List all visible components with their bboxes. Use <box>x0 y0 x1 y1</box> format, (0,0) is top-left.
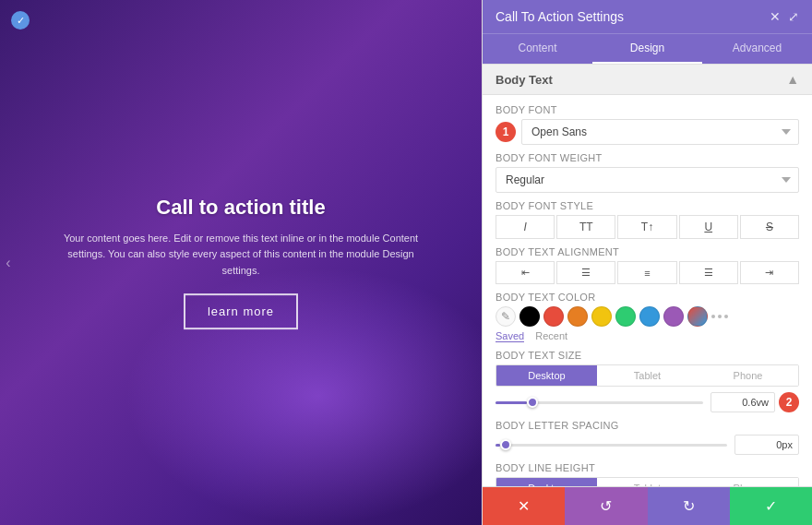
panel-header: Call To Action Settings ✕ ⤢ <box>483 0 812 33</box>
section-collapse-icon[interactable]: ▲ <box>786 72 799 87</box>
canvas-title: Call to action title <box>56 196 425 220</box>
style-uppercase[interactable]: TT <box>556 215 615 239</box>
color-swatch-yellow[interactable] <box>591 306 612 327</box>
size-value-input[interactable] <box>710 392 775 412</box>
color-swatch-green[interactable] <box>615 306 636 327</box>
color-swatch-red[interactable] <box>543 306 564 327</box>
device-tab-phone-lh[interactable]: Phone <box>698 478 798 486</box>
align-left[interactable]: ⇤ <box>496 261 555 284</box>
settings-panel: Call To Action Settings ✕ ⤢ Content Desi… <box>482 0 812 525</box>
canvas-body-text: Your content goes here. Edit or remove t… <box>56 231 425 280</box>
body-text-size-label: Body Text Size <box>496 350 799 361</box>
tab-advanced[interactable]: Advanced <box>702 34 812 64</box>
body-font-select[interactable]: Open Sans <box>521 119 799 145</box>
expand-icon[interactable]: ⤢ <box>788 9 799 24</box>
canvas-cta-button[interactable]: learn more <box>184 293 298 329</box>
body-text-align-label: Body Text Alignment <box>496 246 799 257</box>
color-tab-saved[interactable]: Saved <box>496 330 524 342</box>
size-slider-track[interactable] <box>496 401 703 404</box>
device-tab-tablet-size[interactable]: Tablet <box>597 365 698 386</box>
letter-spacing-slider-track[interactable] <box>496 444 727 447</box>
align-center-left[interactable]: ☰ <box>556 261 615 284</box>
body-font-weight-label: Body Font Weight <box>496 152 799 163</box>
panel-title: Call To Action Settings <box>496 9 624 24</box>
color-eyedropper[interactable]: ✎ <box>496 306 516 327</box>
body-font-weight-select[interactable]: Regular <box>496 167 799 193</box>
size-slider-row: 2 <box>496 392 799 412</box>
body-font-style-label: Body Font Style <box>496 200 799 211</box>
color-swatch-black[interactable] <box>519 306 540 327</box>
style-strikethrough[interactable]: S <box>740 215 799 239</box>
body-letter-spacing-label: Body Letter Spacing <box>496 420 799 431</box>
body-text-color-label: Body Text Color <box>496 292 799 303</box>
canvas-content: Call to action title Your content goes h… <box>56 196 425 330</box>
align-right[interactable]: ⇥ <box>740 261 799 284</box>
step-badge-1: 1 <box>496 122 516 142</box>
cancel-button[interactable]: ✕ <box>483 487 565 525</box>
color-swatch-purple[interactable] <box>663 306 684 327</box>
canvas-area: ✓ ‹ Call to action title Your content go… <box>0 0 482 525</box>
text-align-buttons: ⇤ ☰ ≡ ☰ ⇥ <box>496 261 799 284</box>
panel-tabs: Content Design Advanced <box>483 33 812 64</box>
align-center-right[interactable]: ☰ <box>679 261 738 284</box>
align-center[interactable]: ≡ <box>617 261 676 284</box>
letter-spacing-slider-row <box>496 435 799 455</box>
panel-body: Body Text ▲ Body Font 1 Open Sans Body F… <box>483 64 812 486</box>
body-line-height-label: Body Line Height <box>496 462 799 473</box>
device-tab-desktop-lh[interactable]: Desktop <box>496 478 597 486</box>
color-tab-recent[interactable]: Recent <box>535 330 567 342</box>
device-tab-desktop-size[interactable]: Desktop <box>496 365 597 386</box>
section-title: Body Text <box>496 73 553 87</box>
style-capitalize[interactable]: T↑ <box>617 215 676 239</box>
font-style-buttons: I TT T↑ U S <box>496 215 799 239</box>
step-badge-2: 2 <box>779 392 799 412</box>
save-button[interactable]: ✓ <box>730 487 812 525</box>
tab-content[interactable]: Content <box>483 34 592 64</box>
panel-footer: ✕ ↺ ↻ ✓ <box>483 486 812 525</box>
color-swatch-gradient[interactable] <box>687 306 708 327</box>
color-swatch-orange[interactable] <box>567 306 588 327</box>
style-underline[interactable]: U <box>679 215 738 239</box>
style-italic[interactable]: I <box>496 215 555 239</box>
section-body-text: Body Text ▲ <box>483 64 812 95</box>
close-icon[interactable]: ✕ <box>770 9 781 24</box>
redo-button[interactable]: ↻ <box>648 487 730 525</box>
device-tabs-size: Desktop Tablet Phone <box>496 364 799 387</box>
color-tabs: Saved Recent <box>496 330 799 342</box>
device-tabs-line-height: Desktop Tablet Phone <box>496 477 799 486</box>
tab-design[interactable]: Design <box>592 34 702 64</box>
color-more-dots[interactable] <box>711 315 728 318</box>
undo-button[interactable]: ↺ <box>565 487 647 525</box>
device-tab-tablet-lh[interactable]: Tablet <box>597 478 698 486</box>
color-swatch-blue[interactable] <box>639 306 660 327</box>
section-body: Body Font 1 Open Sans Body Font Weight R… <box>483 95 812 486</box>
canvas-check-icon: ✓ <box>11 11 30 30</box>
device-tab-phone-size[interactable]: Phone <box>698 365 798 386</box>
body-font-label: Body Font <box>496 104 799 115</box>
canvas-left-arrow[interactable]: ‹ <box>0 245 17 281</box>
letter-spacing-value-input[interactable] <box>734 435 799 455</box>
panel-header-icons: ✕ ⤢ <box>770 9 799 24</box>
